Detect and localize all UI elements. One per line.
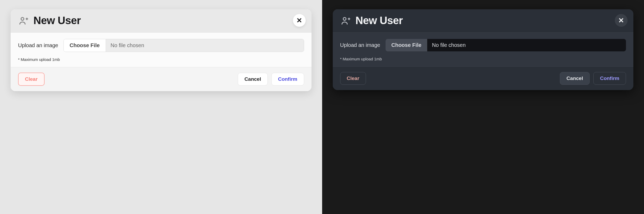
new-user-dialog: New User ✕ Upload an image Choose File N…	[333, 9, 634, 90]
svg-point-0	[21, 17, 24, 20]
file-status-text: No file chosen	[106, 39, 304, 52]
clear-button[interactable]: Clear	[340, 72, 366, 85]
upload-hint: * Maximum upload 1mb	[18, 57, 304, 62]
close-button[interactable]: ✕	[293, 14, 306, 27]
svg-point-3	[343, 17, 346, 20]
dialog-header: New User ✕	[11, 9, 312, 33]
file-picker: Choose File No file chosen	[386, 39, 626, 51]
close-button[interactable]: ✕	[615, 14, 628, 27]
dialog-title: New User	[33, 15, 81, 26]
upload-hint: * Maximum upload 1mb	[340, 57, 626, 61]
cancel-button[interactable]: Cancel	[238, 73, 267, 86]
upload-label: Upload an image	[18, 42, 58, 48]
light-panel: New User ✕ Upload an image Choose File N…	[0, 0, 322, 214]
dialog-footer: Clear Cancel Confirm	[11, 67, 312, 91]
dialog-body: Upload an image Choose File No file chos…	[333, 33, 634, 66]
user-plus-icon	[340, 15, 351, 26]
dialog-body: Upload an image Choose File No file chos…	[11, 33, 312, 67]
close-icon: ✕	[296, 16, 302, 25]
file-status-text: No file chosen	[427, 39, 626, 51]
upload-row: Upload an image Choose File No file chos…	[340, 39, 626, 51]
close-icon: ✕	[618, 16, 624, 25]
upload-label: Upload an image	[340, 42, 380, 48]
dark-panel: New User ✕ Upload an image Choose File N…	[322, 0, 644, 214]
dialog-footer: Clear Cancel Confirm	[333, 66, 634, 90]
new-user-dialog: New User ✕ Upload an image Choose File N…	[11, 9, 312, 91]
cancel-button[interactable]: Cancel	[560, 72, 590, 85]
file-picker: Choose File No file chosen	[63, 39, 304, 52]
user-plus-icon	[18, 15, 29, 26]
dialog-header: New User ✕	[333, 9, 634, 33]
dialog-title: New User	[356, 15, 403, 26]
choose-file-button[interactable]: Choose File	[386, 39, 427, 51]
clear-button[interactable]: Clear	[18, 73, 45, 86]
confirm-button[interactable]: Confirm	[271, 73, 304, 86]
upload-row: Upload an image Choose File No file chos…	[18, 39, 304, 52]
choose-file-button[interactable]: Choose File	[64, 39, 106, 52]
confirm-button[interactable]: Confirm	[593, 72, 626, 85]
